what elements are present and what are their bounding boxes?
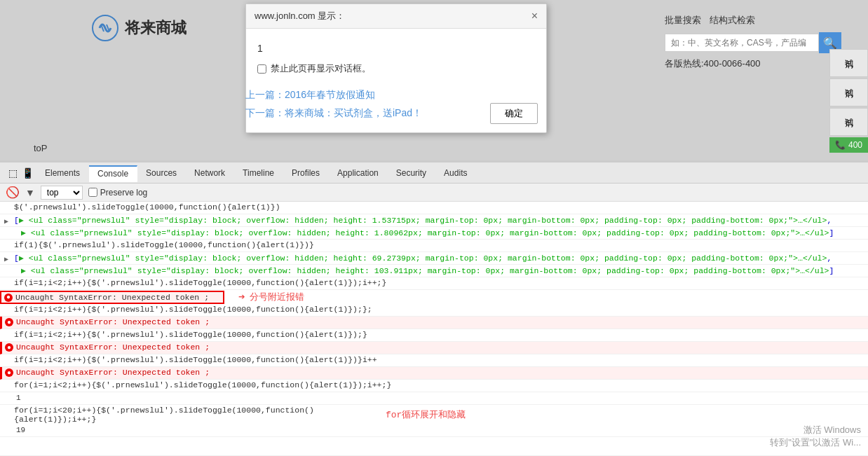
search-input[interactable] — [665, 34, 819, 52]
dialog-checkbox-row: 禁止此页再显示对话框。 — [257, 62, 535, 75]
console-filter-icon[interactable]: ▼ — [25, 187, 35, 198]
console-error-line: ● Uncaught SyntaxError: Unexpected token… — [0, 367, 868, 380]
console-filter-select[interactable]: top — [41, 186, 83, 200]
tab-audits[interactable]: Audits — [435, 165, 476, 181]
devtools-cursor-icon[interactable]: ⬚ — [8, 167, 18, 179]
top-label: toP — [34, 143, 48, 153]
console-line: [▶ <ul class="prnewslul" style="display:… — [0, 252, 868, 265]
prev-article[interactable]: 上一篇：2016年春节放假通知 — [245, 89, 422, 102]
browser-top-area: 将来商城 www.jonln.com 显示： × 1 禁止此页再显示对话框。 确… — [0, 0, 868, 161]
console-line: $('.prnewslul').slideToggle(10000,functi… — [0, 202, 868, 214]
dialog-checkbox[interactable] — [257, 64, 266, 74]
console-line: for(i=1;i<2;i++){$('.prnewslul').slideTo… — [0, 380, 868, 392]
console-line: ▶ <ul class="prnewslul" style="display: … — [0, 265, 868, 277]
console-line-number: 1 — [0, 392, 868, 405]
console-line: for(i=1;i<20;i++){$('.prnewslul').slideT… — [0, 405, 372, 424]
right-btn-1[interactable]: 试剂 — [829, 49, 868, 77]
dialog-close-button[interactable]: × — [531, 11, 538, 22]
devtools-tabs: ⬚ 📱 Elements Console Sources Network Tim… — [0, 163, 868, 184]
console-toolbar: 🚫 ▼ top Preserve log — [0, 184, 868, 202]
annotation-semicolon: ➔ 分号附近报错 — [238, 290, 304, 304]
arrow-icon: ➔ — [238, 290, 245, 304]
tab-console[interactable]: Console — [89, 165, 137, 182]
dialog-confirm-button[interactable]: 确定 — [490, 103, 538, 124]
next-article[interactable]: 下一篇：将来商城：买试剂盒，送iPad！ — [245, 107, 422, 120]
annotation-forloop-text: for循环展开和隐藏 — [386, 408, 466, 421]
tab-timeline[interactable]: Timeline — [234, 165, 283, 181]
console-error-line: ● Uncaught SyntaxError: Unexpected token… — [0, 342, 868, 354]
console-line: if(i=1;i<2;i++){$('.prnewslul').slideTog… — [0, 277, 868, 290]
console-error-line: ● Uncaught SyntaxError: Unexpected token… — [0, 317, 868, 329]
dialog-body: 1 禁止此页再显示对话框。 — [246, 29, 546, 97]
tab-security[interactable]: Security — [388, 165, 435, 181]
dialog-title: www.jonln.com 显示： — [255, 10, 345, 22]
batch-search-tab[interactable]: 批量搜索 — [665, 14, 701, 27]
search-tabs: 批量搜索 结构式检索 — [665, 14, 861, 27]
error-icon: ● — [5, 368, 13, 377]
annotation-text: 分号附近报错 — [250, 291, 304, 303]
article-nav: 上一篇：2016年春节放假通知 下一篇：将来商城：买试剂盒，送iPad！ — [245, 89, 422, 125]
console-line: if(i=1;i<2;i++){$('.prnewslul').slideTog… — [0, 304, 868, 317]
tab-application[interactable]: Application — [329, 165, 388, 181]
right-buttons: 试剂 试剂 试剂 📞 400 — [829, 49, 868, 153]
error-icon: ● — [5, 318, 13, 326]
dialog-checkbox-label: 禁止此页再显示对话框。 — [271, 62, 371, 75]
devtools-icons: ⬚ 📱 — [6, 167, 36, 179]
console-line: if(i=1;i<2;i++){$('.prnewslul').slideTog… — [0, 329, 868, 342]
console-clear-button[interactable]: 🚫 — [6, 186, 20, 199]
phone-icon: 📞 — [835, 140, 846, 150]
error-icon: ● — [5, 343, 13, 352]
console-error-highlight-line: ● Uncaught SyntaxError: Unexpected token… — [0, 291, 224, 304]
console-line: if(1){$('.prnewslul').slideToggle(10000,… — [0, 240, 868, 252]
preserve-log-row: Preserve log — [88, 188, 147, 198]
devtools-mobile-icon[interactable]: 📱 — [22, 167, 34, 179]
phone-btn[interactable]: 📞 400 — [829, 137, 868, 153]
tab-sources[interactable]: Sources — [137, 165, 186, 181]
console-line: if(i=1;i<2;i++){$('.prnewslul').slideTog… — [0, 354, 868, 367]
console-line-number-19: 19 — [0, 424, 868, 437]
preserve-log-checkbox[interactable] — [88, 188, 97, 197]
preserve-log-label: Preserve log — [100, 188, 147, 198]
annotation-forloop: for循环展开和隐藏 — [386, 408, 466, 421]
right-btn-2[interactable]: 试剂 — [829, 78, 868, 106]
search-icon: 🔍 — [823, 36, 837, 50]
for-loop-row: for(i=1;i<20;i++){$('.prnewslul').slideT… — [0, 405, 868, 424]
dialog-number: 1 — [257, 43, 535, 54]
console-line: [▶ <ul class="prnewslul" style="display:… — [0, 214, 868, 227]
devtools-panel: ⬚ 📱 Elements Console Sources Network Tim… — [0, 161, 868, 455]
tab-profiles[interactable]: Profiles — [283, 165, 329, 181]
structure-search-tab[interactable]: 结构式检索 — [710, 14, 755, 27]
right-btn-3[interactable]: 试剂 — [829, 108, 868, 136]
tab-network[interactable]: Network — [186, 165, 234, 181]
error-icon: ● — [4, 293, 13, 302]
error-highlight-row: ● Uncaught SyntaxError: Unexpected token… — [0, 290, 868, 304]
console-content[interactable]: $('.prnewslul').slideToggle(10000,functi… — [0, 202, 868, 455]
console-line: ▶ <ul class="prnewslul" style="display: … — [0, 227, 868, 240]
dialog-header: www.jonln.com 显示： × — [246, 4, 546, 29]
tab-elements[interactable]: Elements — [36, 165, 89, 181]
